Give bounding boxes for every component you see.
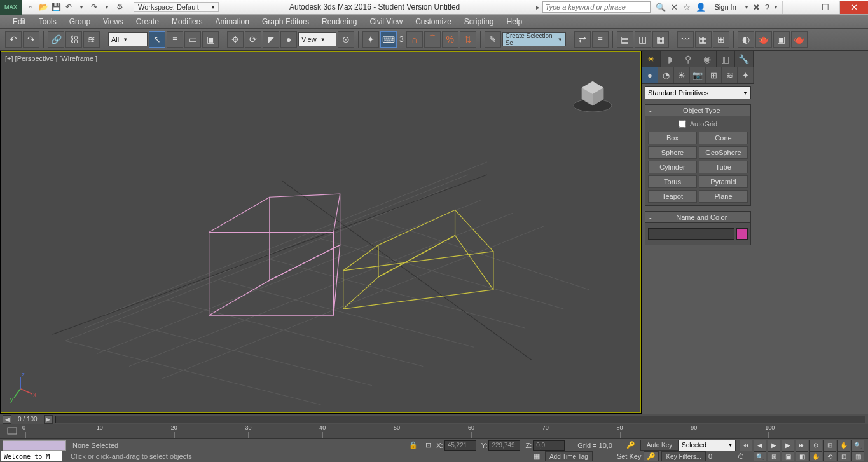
menu-animation[interactable]: Animation bbox=[209, 15, 256, 28]
redo-dropdown-icon[interactable]: ▾ bbox=[102, 2, 112, 12]
obj-sphere-button[interactable]: Sphere bbox=[648, 146, 697, 159]
redo-icon[interactable]: ↷ bbox=[89, 2, 99, 12]
keyboard-shortcut-button[interactable]: ⌨ bbox=[380, 31, 397, 48]
selection-filter-dropdown[interactable]: All bbox=[108, 32, 148, 46]
autokey-button[interactable]: Auto Key bbox=[640, 440, 679, 451]
undo-dropdown-icon[interactable]: ▾ bbox=[76, 2, 86, 12]
zoom-button[interactable]: 🔍 bbox=[754, 451, 766, 461]
time-tag-icon[interactable]: ▦ bbox=[531, 452, 542, 461]
cat-shapes[interactable]: ◔ bbox=[658, 67, 674, 83]
menu-tools[interactable]: Tools bbox=[32, 15, 63, 28]
menu-create[interactable]: Create bbox=[130, 15, 165, 28]
layer-explorer-button[interactable]: ◫ bbox=[635, 31, 651, 48]
curve-editor-button[interactable]: 〰 bbox=[677, 31, 694, 48]
cat-cameras[interactable]: 📷 bbox=[690, 67, 706, 83]
cat-spacewarps[interactable]: ≋ bbox=[722, 67, 738, 83]
star-icon[interactable]: ☆ bbox=[683, 3, 691, 12]
menu-group[interactable]: Group bbox=[63, 15, 97, 28]
walk-button[interactable]: ▥ bbox=[851, 451, 864, 461]
key-icon[interactable]: 🔑 bbox=[621, 441, 640, 449]
toggle-ribbon-button[interactable]: ▦ bbox=[652, 31, 669, 48]
exchange-icon[interactable]: ✕ bbox=[671, 3, 678, 12]
rotate-button[interactable]: ⟳ bbox=[245, 31, 261, 48]
z-input[interactable]: 0,0 bbox=[533, 440, 565, 451]
help-icon[interactable]: ? bbox=[765, 3, 769, 12]
viewport-label[interactable]: [+] [Perspective ] [Wireframe ] bbox=[5, 55, 97, 62]
cat-helpers[interactable]: ⊞ bbox=[706, 67, 722, 83]
current-frame-input[interactable]: 0 bbox=[708, 452, 733, 460]
manipulate-button[interactable]: ✦ bbox=[362, 31, 379, 48]
rollout-object-type-header[interactable]: -Object Type bbox=[645, 105, 750, 116]
perspective-viewport[interactable]: [+] [Perspective ] [Wireframe ] bbox=[1, 51, 641, 413]
app-logo[interactable]: MAX bbox=[0, 0, 22, 15]
cat-lights[interactable]: ☀ bbox=[674, 67, 690, 83]
isolate-icon[interactable]: ⊡ bbox=[422, 441, 435, 449]
cat-geometry[interactable]: ● bbox=[642, 67, 658, 83]
obj-tube-button[interactable]: Tube bbox=[699, 161, 748, 173]
unlink-button[interactable]: ⛓ bbox=[65, 31, 82, 48]
pivot-button[interactable]: ⊙ bbox=[338, 31, 354, 48]
select-object-button[interactable]: ↖ bbox=[149, 31, 165, 48]
viewcube-icon[interactable] bbox=[570, 75, 615, 113]
menu-civil-view[interactable]: Civil View bbox=[363, 15, 409, 28]
menu-edit[interactable]: Edit bbox=[6, 15, 32, 28]
goto-end-button[interactable]: ⏭ bbox=[796, 440, 808, 451]
rendered-frame-button[interactable]: ▣ bbox=[773, 31, 790, 48]
goto-start-button[interactable]: ⏮ bbox=[740, 440, 752, 451]
named-sel-edit-button[interactable]: ✎ bbox=[485, 31, 501, 48]
menu-customize[interactable]: Customize bbox=[409, 15, 458, 28]
viewport-nav-button1[interactable]: ✋ bbox=[837, 440, 850, 451]
add-time-tag-button[interactable]: Add Time Tag bbox=[545, 451, 593, 461]
play-button[interactable]: ▶ bbox=[768, 440, 780, 451]
close-button[interactable]: ✕ bbox=[839, 1, 868, 14]
rollout-name-color-header[interactable]: -Name and Color bbox=[645, 212, 750, 223]
bind-spacewarp-button[interactable]: ≋ bbox=[83, 31, 100, 48]
zoom-extents-button[interactable]: ▣ bbox=[782, 451, 794, 461]
move-button[interactable]: ✥ bbox=[227, 31, 244, 48]
binoculars-icon[interactable]: 🔍 bbox=[656, 3, 666, 12]
layers-button[interactable]: ▤ bbox=[617, 31, 633, 48]
spinner-snap-button[interactable]: ⇅ bbox=[460, 31, 476, 48]
obj-cylinder-button[interactable]: Cylinder bbox=[648, 161, 697, 173]
obj-box-button[interactable]: Box bbox=[648, 132, 697, 144]
project-icon[interactable]: ⚙ bbox=[114, 2, 125, 12]
material-editor-button[interactable]: ◐ bbox=[738, 31, 754, 48]
object-color-swatch[interactable] bbox=[736, 228, 748, 240]
signin-button[interactable]: Sign In bbox=[711, 3, 740, 11]
percent-snap-button[interactable]: % bbox=[442, 31, 458, 48]
cat-systems[interactable]: ✦ bbox=[738, 67, 754, 83]
viewport-nav-button2[interactable]: 🔍 bbox=[851, 440, 864, 451]
minimize-button[interactable]: — bbox=[782, 1, 811, 14]
time-config-icon[interactable]: ⏱ bbox=[735, 452, 747, 460]
keyfilters-button[interactable]: Key Filters... bbox=[661, 451, 706, 461]
dope-sheet-button[interactable]: ▦ bbox=[695, 31, 712, 48]
key-mode-button[interactable]: ⊙ bbox=[809, 440, 822, 451]
tab-motion[interactable]: ◉ bbox=[698, 51, 717, 67]
menu-graph-editors[interactable]: Graph Editors bbox=[256, 15, 315, 28]
open-file-icon[interactable]: 📂 bbox=[38, 2, 48, 12]
search-box[interactable]: ▸ bbox=[536, 1, 651, 13]
zoom-all-button[interactable]: ⊞ bbox=[768, 451, 780, 461]
align-button[interactable]: ≡ bbox=[592, 31, 609, 48]
autogrid-checkbox[interactable] bbox=[679, 120, 686, 128]
time-config-button[interactable]: ⊞ bbox=[823, 440, 836, 451]
pan-button[interactable]: ✋ bbox=[809, 451, 822, 461]
render-button[interactable]: 🫖 bbox=[791, 31, 808, 48]
object-name-input[interactable] bbox=[648, 228, 734, 240]
key-selected-dropdown[interactable]: Selected bbox=[679, 440, 736, 451]
primitive-type-dropdown[interactable]: Standard Primitives bbox=[645, 86, 751, 99]
menu-rendering[interactable]: Rendering bbox=[315, 15, 363, 28]
orbit-button[interactable]: ⟲ bbox=[823, 451, 836, 461]
menu-modifiers[interactable]: Modifiers bbox=[165, 15, 209, 28]
scale-button[interactable]: ◤ bbox=[263, 31, 279, 48]
trackbar-toggle-icon[interactable] bbox=[6, 425, 18, 437]
maximize-viewport-button[interactable]: ⊡ bbox=[837, 451, 850, 461]
named-selection-dropdown[interactable]: Create Selection Se bbox=[502, 32, 566, 46]
snap-toggle-button[interactable]: ∩ bbox=[406, 31, 423, 48]
person-icon[interactable]: 👤 bbox=[696, 3, 706, 12]
signin-dropdown-icon[interactable]: ▾ bbox=[745, 4, 748, 10]
undo-button[interactable]: ↶ bbox=[5, 31, 22, 48]
prev-frame-button[interactable]: ◀ bbox=[754, 440, 766, 451]
obj-teapot-button[interactable]: Teapot bbox=[648, 190, 697, 203]
select-by-name-button[interactable]: ≡ bbox=[167, 31, 183, 48]
